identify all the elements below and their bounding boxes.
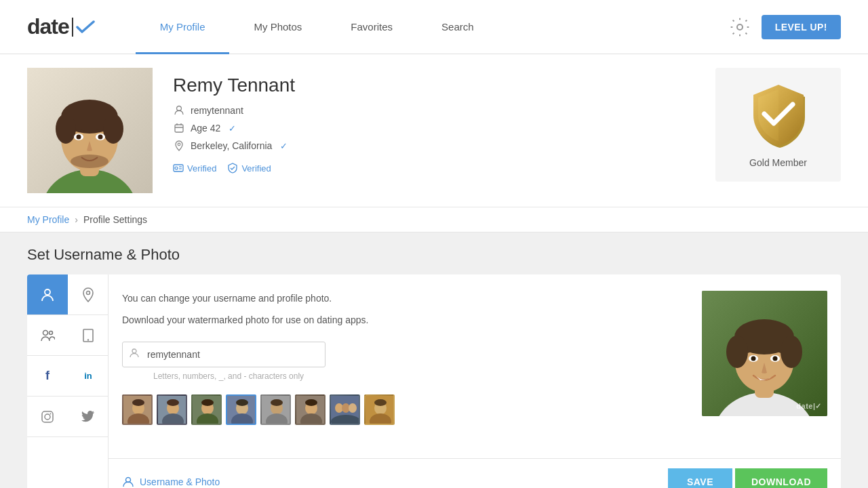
header: date My Profile My Photos Favorites Sear…	[0, 0, 868, 54]
input-hint: Letters, numbers, _, and - characters on…	[153, 371, 688, 381]
svg-rect-14	[175, 125, 183, 132]
breadcrumb-separator: ›	[75, 214, 78, 225]
svg-point-68	[781, 336, 802, 368]
level-up-button[interactable]: LEVEL UP!	[762, 15, 841, 39]
verified-text-2: Verified	[241, 163, 271, 174]
profile-photo-svg	[27, 68, 153, 193]
sidebar-icon-instagram[interactable]	[27, 396, 68, 437]
sidebar-icon-facebook[interactable]: f	[27, 356, 68, 396]
sidebar-icon-linkedin[interactable]: in	[68, 356, 108, 396]
svg-point-28	[132, 349, 136, 353]
svg-point-11	[98, 135, 103, 140]
svg-point-44	[236, 399, 248, 406]
id-check-icon	[173, 163, 184, 174]
username-input[interactable]	[122, 342, 326, 367]
svg-point-26	[87, 291, 90, 294]
thumb-5[interactable]	[260, 394, 291, 425]
nav-favorites[interactable]: Favorites	[326, 0, 417, 54]
location-row: Berkeley, California ✓	[173, 140, 695, 152]
description-line2: Download your watermarked photo for use …	[122, 312, 688, 327]
svg-point-48	[271, 399, 283, 406]
sidebar-icons: f	[27, 274, 108, 488]
username-input-row	[122, 342, 688, 367]
breadcrumb-bar: My Profile › Profile Settings	[0, 207, 868, 232]
description-line1: You can change your username and profile…	[122, 291, 688, 306]
gold-member-box: Gold Member	[715, 68, 841, 182]
age-text: Age 42	[191, 123, 220, 134]
thumb-4-selected[interactable]	[226, 394, 256, 425]
svg-point-36	[167, 399, 179, 406]
svg-point-56	[349, 403, 357, 413]
location-text: Berkeley, California	[191, 140, 272, 151]
header-right: LEVEL UP!	[729, 15, 841, 39]
download-button[interactable]: DOWNLOAD	[735, 468, 827, 488]
age-icon	[173, 122, 185, 134]
svg-point-71	[751, 357, 756, 361]
right-panel: You can change your username and profile…	[108, 274, 841, 488]
nav-my-photos[interactable]: My Photos	[229, 0, 326, 54]
thumb-6[interactable]	[295, 394, 326, 425]
thumb-2[interactable]	[157, 394, 187, 425]
age-row: Age 42 ✓	[173, 122, 695, 134]
svg-point-17	[175, 167, 178, 169]
nav-my-profile[interactable]: My Profile	[136, 0, 230, 54]
svg-point-21	[43, 330, 48, 335]
form-area: You can change your username and profile…	[122, 291, 688, 442]
breadcrumb-current: Profile Settings	[83, 214, 147, 225]
main-content: Set Username & Photo	[0, 232, 868, 488]
svg-point-67	[726, 336, 748, 368]
logo-check-icon	[76, 20, 95, 35]
verified-text-1: Verified	[187, 163, 216, 174]
profile-meta: remytennant Age 42 ✓	[173, 104, 695, 174]
sidebar-icon-location[interactable]	[68, 274, 108, 315]
nav-search[interactable]: Search	[417, 0, 498, 54]
bottom-label: Username & Photo	[122, 476, 220, 488]
svg-point-25	[50, 413, 52, 414]
thumb-8[interactable]	[364, 394, 395, 425]
content-layout: f	[27, 274, 841, 488]
svg-point-10	[77, 135, 81, 140]
logo-text: date	[27, 14, 69, 39]
person-icon	[173, 104, 185, 117]
username-field-icon	[129, 348, 140, 361]
location-icon	[173, 140, 185, 152]
sidebar-icon-group[interactable]	[27, 315, 68, 356]
svg-point-52	[305, 399, 317, 406]
logo: date	[27, 14, 95, 39]
save-button[interactable]: SAVE	[668, 468, 732, 488]
thumb-1[interactable]	[122, 394, 153, 425]
breadcrumb-link[interactable]: My Profile	[27, 214, 69, 225]
svg-point-20	[45, 289, 50, 295]
svg-point-72	[773, 357, 778, 361]
sidebar-icon-phone[interactable]	[68, 315, 108, 356]
profile-info: Remy Tennant remytennant A	[173, 68, 695, 174]
watermark: date|✓	[796, 402, 822, 411]
svg-point-7	[103, 114, 123, 144]
preview-photo: date|✓	[702, 291, 827, 416]
svg-rect-23	[42, 411, 53, 422]
sidebar-icon-twitter[interactable]	[68, 396, 108, 437]
thumb-7[interactable]	[330, 394, 360, 425]
svg-point-32	[132, 399, 144, 406]
shield-check-icon	[227, 163, 238, 174]
svg-point-0	[737, 24, 743, 30]
svg-point-6	[56, 114, 76, 144]
thumb-3[interactable]	[191, 394, 222, 425]
section-title: Set Username & Photo	[27, 246, 841, 264]
sidebar-col-left: f	[27, 274, 68, 437]
breadcrumb: My Profile › Profile Settings	[27, 214, 841, 225]
svg-point-40	[201, 399, 214, 406]
verified-badge-1: Verified	[173, 163, 216, 174]
content-preview-row: You can change your username and profile…	[108, 274, 841, 458]
svg-point-12	[71, 155, 108, 168]
svg-point-22	[50, 331, 53, 334]
profile-photo	[27, 68, 153, 193]
settings-icon[interactable]	[729, 16, 751, 38]
main-nav: My Profile My Photos Favorites Search	[136, 0, 729, 54]
verified-badge-2: Verified	[227, 163, 271, 174]
bottom-bar: Username & Photo SAVE DOWNLOAD	[108, 458, 841, 488]
sidebar-icon-profile[interactable]	[27, 274, 68, 315]
gold-member-label: Gold Member	[749, 157, 807, 168]
svg-point-15	[178, 143, 180, 146]
sidebar-col: f	[27, 274, 108, 437]
